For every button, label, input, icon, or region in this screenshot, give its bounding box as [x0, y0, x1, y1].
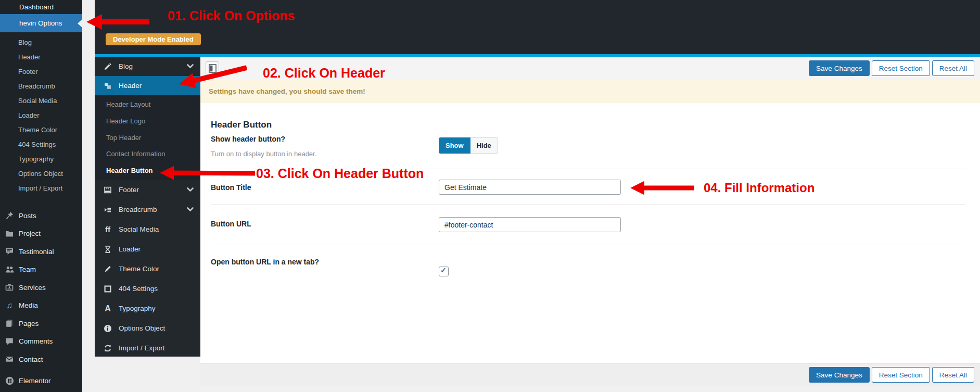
nav-item-label: Theme Color — [119, 265, 194, 273]
chevron-down-icon — [187, 64, 194, 69]
reset-all-button[interactable]: Reset All — [932, 367, 974, 383]
folder-icon — [5, 230, 14, 238]
nav-item-label: Typography — [119, 305, 194, 312]
nav-item-label: 404 Settings — [119, 285, 194, 293]
bottom-button-group: Save Changes Reset Section Reset All — [809, 367, 974, 383]
button-url-input[interactable] — [439, 217, 621, 232]
menu-item-label: hevin Options — [19, 19, 62, 27]
options-nav-submenu: Header LayoutHeader LogoTop HeaderContac… — [95, 95, 200, 180]
unsaved-changes-notice: Settings have changed, you should save t… — [200, 80, 980, 103]
wp-submenu-item-header[interactable]: Header — [0, 50, 82, 65]
wp-menu-item-elementor[interactable]: Elementor — [0, 372, 82, 390]
options-nav-404-settings[interactable]: 404 Settings — [95, 279, 200, 299]
wp-submenu-item-loader[interactable]: Loader — [0, 108, 82, 123]
options-nav-header[interactable]: Header — [95, 76, 200, 95]
nav-item-label: Loader — [119, 245, 194, 253]
nav-item-label: Footer — [119, 186, 187, 194]
wp-submenu-item-import-export[interactable]: Import / Export — [0, 181, 82, 196]
annotation-text-4: 04. Fill Information — [704, 181, 814, 195]
menu-item-label: Posts — [19, 212, 36, 220]
wp-menu-item-team[interactable]: Team — [0, 261, 82, 279]
section-title: Header Button — [211, 120, 272, 130]
options-nav-footer[interactable]: Footer — [95, 180, 200, 200]
reset-all-button[interactable]: Reset All — [932, 60, 974, 76]
field-label: Button URL — [211, 220, 251, 228]
pages-icon — [5, 319, 14, 327]
options-nav-loader[interactable]: Loader — [95, 239, 200, 259]
pin-icon — [5, 211, 14, 220]
options-nav-sub-contact-information[interactable]: Contact Information — [95, 146, 200, 162]
wp-menu-item-contact[interactable]: Contact — [0, 350, 82, 369]
wp-submenu-item-social-media[interactable]: Social Media — [0, 94, 82, 108]
options-nav-sub-header-button[interactable]: Header Button — [95, 162, 200, 179]
menu-item-label: Project — [19, 230, 41, 237]
wp-menu-item-dashboard[interactable]: Dashboard — [0, 0, 82, 14]
wp-menu-item-pages[interactable]: Pages — [0, 314, 82, 333]
wp-menu-item-comments[interactable]: Comments — [0, 333, 82, 351]
annotation-text-2: 02. Click On Header — [263, 66, 385, 81]
options-nav-sub-top-header[interactable]: Top Header — [95, 130, 200, 146]
field-label: Show header button? — [211, 135, 285, 143]
wp-menu-item-testimonial[interactable]: Testimonial — [0, 243, 82, 261]
chevron-down-icon — [187, 187, 194, 192]
menu-item-label: Media — [19, 301, 38, 309]
reset-section-button[interactable]: Reset Section — [872, 60, 930, 76]
button-title-input[interactable] — [439, 180, 621, 195]
show-hide-toggle: Show Hide — [439, 137, 498, 154]
nav-item-label: Options Object — [119, 324, 194, 332]
wp-menu-item-hevin-options[interactable]: hevin Options — [0, 14, 82, 32]
menu-item-label: Comments — [19, 337, 53, 345]
wp-menu-item-project[interactable]: Project — [0, 225, 82, 243]
wp-submenu-item-breadcrumb[interactable]: Breadcrumb — [0, 79, 82, 94]
options-nav-sub-header-layout[interactable]: Header Layout — [95, 96, 200, 113]
wp-submenu-item-typography[interactable]: Typography — [0, 152, 82, 167]
reset-section-button[interactable]: Reset Section — [872, 367, 930, 383]
menu-item-label: Dashboard — [19, 3, 54, 11]
wp-submenu-item-options-object[interactable]: Options Object — [0, 167, 82, 181]
field-label: Open button URL in a new tab? — [211, 258, 319, 266]
options-nav-panel: BlogHeaderHeader LayoutHeader LogoTop He… — [95, 57, 200, 357]
brush-icon — [103, 265, 113, 273]
field-description: Turn on to display button in header. — [211, 150, 316, 158]
options-nav-import-export[interactable]: Import / Export — [95, 338, 200, 358]
newtab-checkbox[interactable] — [439, 267, 449, 276]
field-row-show-header-button: Show header button? Turn on to display b… — [200, 132, 980, 169]
field-label: Button Title — [211, 183, 251, 192]
menu-item-label: Team — [19, 265, 36, 273]
id-card-icon — [5, 283, 14, 292]
field-row-open-new-tab: Open button URL in a new tab? — [200, 245, 980, 292]
chevron-down-icon — [187, 207, 194, 212]
hourglass-icon — [103, 245, 113, 254]
options-nav-blog[interactable]: Blog — [95, 57, 200, 76]
menu-item-label: Services — [19, 284, 46, 292]
breadcrumb-icon — [103, 206, 113, 214]
save-changes-button[interactable]: Save Changes — [809, 367, 870, 383]
wp-submenu-item-blog[interactable]: Blog — [0, 35, 82, 50]
wp-submenu-item-footer[interactable]: Footer — [0, 65, 82, 79]
nav-item-label: Import / Export — [119, 344, 194, 352]
wp-menu-item-posts[interactable]: Posts — [0, 207, 82, 225]
options-content: Save Changes Reset Section Reset All Set… — [200, 57, 980, 363]
options-nav-options-object[interactable]: Options Object — [95, 319, 200, 338]
options-nav-social-media[interactable]: ffSocial Media — [95, 220, 200, 239]
testimonial-icon — [5, 247, 14, 256]
expand-options-button[interactable] — [206, 61, 219, 75]
wp-submenu-item-404-settings[interactable]: 404 Settings — [0, 137, 82, 152]
nav-item-label: Header — [119, 82, 194, 90]
save-changes-button[interactable]: Save Changes — [809, 60, 870, 76]
wp-menu-item-services[interactable]: Services — [0, 279, 82, 297]
annotation-text-3: 03. Click On Header Button — [256, 166, 424, 181]
typography-icon: A — [103, 305, 113, 313]
bottom-toolbar: Save Changes Reset Section Reset All — [200, 363, 980, 385]
options-nav-theme-color[interactable]: Theme Color — [95, 259, 200, 279]
toggle-show-button[interactable]: Show — [439, 137, 470, 154]
wp-submenu-item-theme-color[interactable]: Theme Color — [0, 123, 82, 137]
options-nav-typography[interactable]: ATypography — [95, 299, 200, 319]
options-nav-breadcrumb[interactable]: Breadcrumb — [95, 200, 200, 220]
wp-menu-item-media[interactable]: ♫Media — [0, 297, 82, 315]
options-nav-sub-header-logo[interactable]: Header Logo — [95, 113, 200, 130]
media-icon: ♫ — [5, 301, 14, 310]
wp-menu-bottom: Elementor — [0, 372, 82, 390]
email-icon — [5, 355, 14, 363]
toggle-hide-button[interactable]: Hide — [470, 137, 498, 154]
